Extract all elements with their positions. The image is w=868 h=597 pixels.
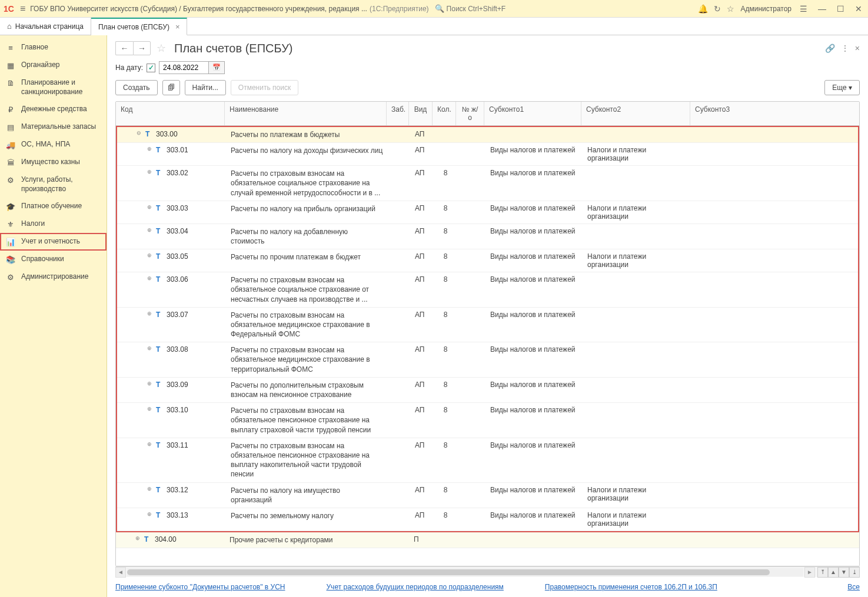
sidebar-item[interactable]: 📚Справочники [0, 251, 107, 268]
sidebar-item[interactable]: 🚚ОС, НМА, НПА [0, 136, 107, 154]
copy-button[interactable]: 🗐 [162, 80, 180, 95]
hscroll-right[interactable]: ► [804, 567, 815, 578]
close-icon[interactable]: ✕ [853, 4, 864, 14]
footer-all-link[interactable]: Все [847, 583, 860, 591]
bell-icon[interactable]: 🔔 [698, 4, 708, 14]
minimize-icon[interactable]: — [816, 4, 829, 14]
expand-icon[interactable]: ⊕ [147, 406, 152, 412]
th-sub3[interactable]: Субконто3 [690, 102, 859, 125]
th-njo[interactable]: № ж/о [456, 102, 484, 125]
sidebar-item[interactable]: ₽Денежные средства [0, 101, 107, 118]
tab-active[interactable]: План счетов (ЕПСБУ) × [91, 18, 188, 35]
history-icon[interactable]: ↻ [714, 4, 721, 14]
date-picker-button[interactable]: 📅 [209, 61, 225, 74]
tab-close-icon[interactable]: × [175, 22, 180, 31]
table-row[interactable]: ⊕Т303.04Расчеты по налогу на добавленную… [117, 224, 858, 249]
footer-link-2[interactable]: Учет расходов будущих периодов по подраз… [327, 583, 504, 591]
search-input[interactable] [447, 5, 535, 13]
user-label[interactable]: Администратор [740, 5, 791, 13]
sidebar-item[interactable]: ▤Материальные запасы [0, 118, 107, 136]
account-vid: АП [410, 130, 434, 138]
sidebar-item[interactable]: ⚜Налоги [0, 215, 107, 233]
create-button[interactable]: Создать [115, 80, 158, 95]
hscroll-thumb[interactable] [127, 569, 770, 575]
th-zab[interactable]: Заб. [387, 102, 409, 125]
sidebar-item[interactable]: ⚙Услуги, работы, производство [0, 171, 107, 198]
expand-icon[interactable]: ⊕ [147, 204, 152, 210]
th-vid[interactable]: Вид [409, 102, 433, 125]
window-title: ГОБУ ВПО Университет искусств (Субсидия)… [30, 5, 367, 13]
sidebar-item[interactable]: ⚙Администрирование [0, 268, 107, 286]
table-row[interactable]: ⊕Т303.07Расчеты по страховым взносам на … [117, 308, 858, 343]
expand-icon[interactable]: ⊕ [147, 227, 152, 233]
sidebar-item[interactable]: 🗎Планирование и санкционирование [0, 74, 107, 101]
date-input[interactable] [159, 61, 209, 74]
table-row[interactable]: ⊕Т303.05Расчеты по прочим платежам в бюд… [117, 249, 858, 272]
expand-icon[interactable]: ⊕ [147, 486, 152, 492]
table-row[interactable]: ⊕Т303.01Расчеты по налогу на доходы физи… [117, 143, 858, 166]
expand-icon[interactable]: ⊕ [147, 345, 152, 351]
nav-forward-button[interactable]: → [133, 41, 151, 55]
expand-icon[interactable]: ⊕ [147, 146, 152, 152]
sidebar-item[interactable]: 📊Учет и отчетность [0, 233, 107, 251]
th-sub1[interactable]: Субконто1 [484, 102, 581, 125]
table-row[interactable]: ⊕Т303.10Расчеты по страховым взносам на … [117, 403, 858, 438]
tab-home[interactable]: ⌂ Начальная страница [0, 18, 91, 35]
more-button[interactable]: Еще ▾ [824, 80, 860, 95]
table-row[interactable]: ⊕Т303.11Расчеты по страховым взносам на … [117, 438, 858, 483]
main-menu-icon[interactable]: ≡ [20, 4, 25, 14]
table-header: Код Наименование Заб. Вид Кол. № ж/о Суб… [116, 102, 859, 126]
account-vid: АП [410, 441, 434, 449]
table-bottom-icon[interactable]: ⤓ [849, 567, 860, 578]
th-name[interactable]: Наименование [225, 102, 387, 125]
account-vid: АП [410, 275, 434, 284]
th-kol[interactable]: Кол. [433, 102, 456, 125]
table-top-icon[interactable]: ⤒ [817, 567, 828, 578]
expand-icon[interactable]: ⊕ [147, 169, 152, 175]
expand-icon[interactable]: ⊕ [147, 275, 152, 281]
table-row[interactable]: ⊕Т303.13Расчеты по земельному налогуАП8В… [117, 508, 858, 531]
table-row[interactable]: ⊕Т303.03Расчеты по налогу на прибыль орг… [117, 201, 858, 224]
hscroll-track[interactable] [127, 568, 803, 576]
account-type-icon: Т [145, 130, 152, 138]
table-row[interactable]: ⊕Т303.02Расчеты по страховым взносам на … [117, 166, 858, 201]
expand-icon[interactable]: ⊕ [135, 535, 141, 541]
table-row[interactable]: ⊕Т303.12Расчеты по налогу на имущество о… [117, 483, 858, 508]
kebab-icon[interactable]: ⋮ [841, 44, 849, 53]
logo-icon: 1C [4, 4, 14, 14]
favorite-star-icon[interactable]: ☆ [157, 42, 166, 55]
footer-link-1[interactable]: Применение субконто "Документы расчетов"… [115, 583, 285, 591]
th-code[interactable]: Код [116, 102, 225, 125]
table-down-icon[interactable]: ▼ [839, 567, 849, 578]
table-up-icon[interactable]: ▲ [828, 567, 839, 578]
date-checkbox[interactable]: ✓ [147, 64, 155, 72]
sidebar-item[interactable]: 🎓Платное обучение [0, 198, 107, 215]
sidebar-item[interactable]: ▦Органайзер [0, 56, 107, 74]
find-button[interactable]: Найти... [185, 80, 226, 95]
sidebar-item[interactable]: ≡Главное [0, 39, 107, 56]
hscroll-left[interactable]: ◄ [115, 567, 126, 578]
table-row[interactable]: ⊖Т303.00Расчеты по платежам в бюджетыАП [117, 127, 858, 143]
expand-icon[interactable]: ⊕ [147, 511, 152, 517]
account-name: Прочие расчеты с кредиторами [225, 535, 387, 545]
expand-icon[interactable]: ⊕ [147, 441, 152, 447]
account-code: 303.12 [167, 486, 188, 494]
table-row[interactable]: ⊕Т304.00Прочие расчеты с кредиторамиП [116, 532, 859, 548]
sidebar-item[interactable]: 🏛Имущество казны [0, 154, 107, 171]
nav-back-button[interactable]: ← [115, 41, 133, 55]
settings-icon[interactable]: ☰ [797, 4, 810, 14]
footer-link-3[interactable]: Правомерность применения счетов 106.2П и… [545, 583, 717, 591]
link-icon[interactable]: 🔗 [825, 44, 835, 53]
expand-icon[interactable]: ⊕ [147, 311, 152, 316]
maximize-icon[interactable]: ☐ [834, 4, 847, 14]
date-label: На дату: [115, 64, 143, 72]
close-panel-icon[interactable]: × [855, 44, 860, 53]
expand-icon[interactable]: ⊖ [136, 130, 142, 136]
expand-icon[interactable]: ⊕ [147, 252, 152, 258]
th-sub2[interactable]: Субконто2 [581, 102, 690, 125]
table-row[interactable]: ⊕Т303.08Расчеты по страховым взносам на … [117, 342, 858, 378]
star-icon[interactable]: ☆ [727, 4, 734, 14]
table-row[interactable]: ⊕Т303.06Расчеты по страховым взносам на … [117, 272, 858, 308]
expand-icon[interactable]: ⊕ [147, 381, 152, 386]
table-row[interactable]: ⊕Т303.09Расчеты по дополнительным страхо… [117, 378, 858, 403]
